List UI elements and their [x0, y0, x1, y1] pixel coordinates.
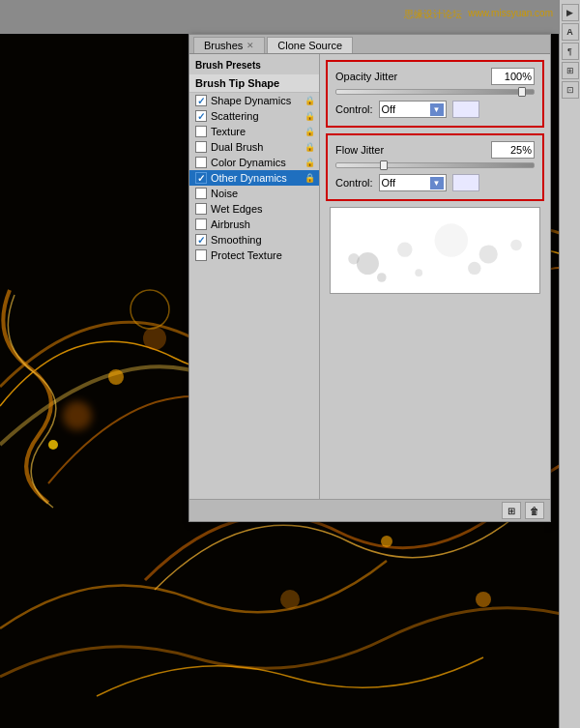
rt-expand-btn[interactable]: ▶ — [562, 4, 579, 21]
svg-point-5 — [280, 590, 300, 609]
flow-control-label: Control: — [335, 177, 373, 189]
airbrush-label: Airbrush — [211, 218, 250, 230]
brushes-panel: Brushes ✕ Clone Source Brush Presets Bru… — [188, 34, 551, 522]
sidebar-item-dual-brush[interactable]: Dual Brush 🔒 — [189, 139, 319, 155]
opacity-jitter-slider[interactable] — [335, 89, 535, 95]
scattering-checkbox[interactable] — [195, 110, 207, 122]
opacity-control-label: Control: — [335, 103, 373, 115]
sidebar-item-other-dynamics[interactable]: Other Dynamics 🔒 — [189, 170, 319, 186]
svg-point-12 — [435, 223, 469, 257]
tab-brushes[interactable]: Brushes ✕ — [193, 37, 265, 53]
scattering-label: Scattering — [211, 110, 259, 122]
protect-texture-label: Protect Texture — [211, 249, 282, 261]
sidebar-item-wet-edges[interactable]: Wet Edges — [189, 201, 319, 217]
brush-preview — [330, 207, 540, 294]
tab-clone-source[interactable]: Clone Source — [267, 37, 353, 53]
svg-point-1 — [63, 401, 92, 430]
svg-point-15 — [377, 273, 387, 282]
rt-grid-btn[interactable]: ⊞ — [562, 62, 579, 79]
dual-brush-label: Dual Brush — [211, 141, 263, 153]
brush-presets-label: Brush Presets — [189, 58, 319, 74]
opacity-jitter-label: Opacity Jitter — [335, 71, 491, 82]
wet-edges-label: Wet Edges — [211, 203, 263, 215]
scattering-lock: 🔒 — [304, 111, 315, 121]
sidebar-item-shape-dynamics[interactable]: Shape Dynamics 🔒 — [189, 93, 319, 108]
opacity-control-select[interactable]: Off ▼ — [379, 101, 447, 118]
svg-point-6 — [381, 536, 392, 547]
opacity-jitter-slider-row — [335, 89, 535, 95]
dual-brush-lock: 🔒 — [304, 142, 315, 152]
right-content: Opacity Jitter 100% Control: Off — [320, 54, 550, 499]
panel-bottom-bar: ⊞ 🗑 — [189, 499, 550, 521]
flow-jitter-slider-row — [335, 162, 535, 168]
flow-jitter-label: Flow Jitter — [335, 144, 491, 156]
opacity-control-value: Off — [382, 103, 395, 115]
flow-control-select[interactable]: Off ▼ — [379, 174, 447, 191]
texture-lock: 🔒 — [304, 127, 315, 136]
airbrush-checkbox[interactable] — [195, 218, 207, 230]
sidebar-item-smoothing[interactable]: Smoothing — [189, 232, 319, 248]
dual-brush-checkbox[interactable] — [195, 141, 207, 153]
right-toolbar: ▶ A ¶ ⊞ ⊡ — [559, 0, 580, 728]
color-dynamics-checkbox[interactable] — [195, 157, 207, 168]
tab-brushes-close[interactable]: ✕ — [246, 41, 254, 50]
svg-point-18 — [468, 262, 480, 275]
other-dynamics-label: Other Dynamics — [211, 172, 287, 184]
opacity-control-box — [452, 101, 479, 118]
svg-point-4 — [143, 327, 166, 350]
sidebar-item-color-dynamics[interactable]: Color Dynamics 🔒 — [189, 155, 319, 170]
smoothing-checkbox[interactable] — [195, 234, 207, 246]
opacity-jitter-thumb[interactable] — [518, 87, 526, 97]
svg-point-16 — [415, 269, 422, 277]
tab-clone-source-label: Clone Source — [277, 40, 342, 51]
brush-tip-shape-header: Brush Tip Shape — [189, 74, 319, 93]
flow-jitter-slider[interactable] — [335, 162, 535, 168]
rt-para-btn[interactable]: ¶ — [562, 43, 579, 60]
opacity-jitter-row: Opacity Jitter 100% — [335, 68, 535, 85]
sidebar-item-protect-texture[interactable]: Protect Texture — [189, 248, 319, 263]
shape-dynamics-label: Shape Dynamics — [211, 95, 291, 106]
flow-jitter-value[interactable]: 25% — [491, 141, 535, 159]
tab-bar: Brushes ✕ Clone Source — [189, 35, 550, 54]
svg-point-10 — [357, 252, 379, 275]
svg-point-7 — [476, 592, 491, 607]
texture-label: Texture — [211, 126, 246, 137]
svg-point-3 — [48, 440, 58, 450]
noise-checkbox[interactable] — [195, 188, 207, 199]
flow-control-row: Control: Off ▼ — [335, 174, 535, 191]
new-brush-btn[interactable]: ⊞ — [502, 502, 521, 519]
opacity-jitter-value[interactable]: 100% — [491, 68, 535, 85]
svg-point-13 — [479, 245, 498, 263]
flow-jitter-thumb[interactable] — [380, 160, 388, 170]
svg-point-14 — [510, 240, 522, 251]
protect-texture-checkbox[interactable] — [195, 249, 207, 261]
rt-text-btn[interactable]: A — [562, 23, 579, 41]
other-dynamics-checkbox[interactable] — [195, 172, 207, 184]
flow-control-value: Off — [382, 177, 395, 189]
opacity-section: Opacity Jitter 100% Control: Off — [326, 60, 544, 128]
sidebar-item-texture[interactable]: Texture 🔒 — [189, 124, 319, 139]
svg-point-11 — [397, 243, 412, 257]
opacity-control-row: Control: Off ▼ — [335, 101, 535, 118]
sidebar-item-airbrush[interactable]: Airbrush — [189, 217, 319, 232]
shape-dynamics-lock: 🔒 — [304, 96, 315, 105]
other-dynamics-lock: 🔒 — [304, 173, 315, 183]
svg-rect-9 — [331, 208, 539, 291]
sidebar-item-noise[interactable]: Noise — [189, 186, 319, 201]
color-dynamics-lock: 🔒 — [304, 158, 315, 167]
tab-brushes-label: Brushes — [204, 40, 243, 51]
sidebar-item-scattering[interactable]: Scattering 🔒 — [189, 108, 319, 124]
rt-brush-btn[interactable]: ⊡ — [562, 81, 579, 99]
opacity-control-arrow: ▼ — [430, 103, 444, 116]
delete-brush-btn[interactable]: 🗑 — [525, 502, 544, 519]
wet-edges-checkbox[interactable] — [195, 203, 207, 215]
svg-point-17 — [348, 253, 360, 265]
flow-control-arrow: ▼ — [430, 177, 444, 189]
watermark-site1: 思缘设计论坛 — [404, 8, 462, 21]
texture-checkbox[interactable] — [195, 126, 207, 137]
panel-body: Brush Presets Brush Tip Shape Shape Dyna… — [189, 54, 550, 499]
svg-point-2 — [108, 369, 124, 385]
preview-svg — [331, 208, 539, 291]
shape-dynamics-checkbox[interactable] — [195, 95, 207, 106]
smoothing-label: Smoothing — [211, 234, 262, 246]
